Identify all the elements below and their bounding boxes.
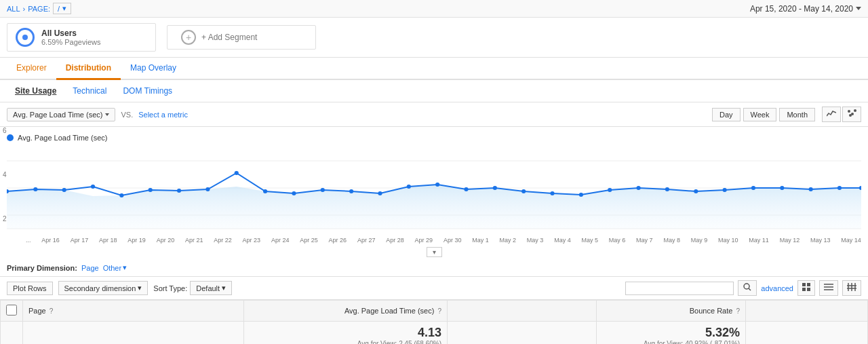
table-controls-row: Plot Rows Secondary dimension ▾ Sort Typ… — [0, 277, 868, 300]
tab-distribution[interactable]: Distribution — [56, 58, 121, 80]
subtab-technical[interactable]: Technical — [64, 83, 115, 99]
segment-circle-icon — [16, 28, 35, 47]
breadcrumb-page-value[interactable]: / ▾ — [53, 3, 71, 14]
metric-dropdown[interactable]: Avg. Page Load Time (sec) — [7, 108, 115, 121]
search-button[interactable] — [738, 280, 757, 296]
x-label-apr19: Apr 19 — [127, 237, 146, 244]
month-button[interactable]: Month — [779, 108, 815, 121]
list-icon — [824, 283, 833, 291]
chart-type-icons — [822, 107, 861, 122]
date-range-label: Apr 15, 2020 - May 14, 2020 — [750, 4, 853, 14]
data-table: Page ? Avg. Page Load Time (sec) ? Bounc… — [0, 300, 868, 344]
x-label-apr30: Apr 30 — [443, 237, 462, 244]
tab-map-overlay[interactable]: Map Overlay — [121, 58, 186, 80]
x-label-may12: May 12 — [780, 237, 800, 244]
grid-view-button[interactable] — [797, 280, 815, 296]
th-bounce-rate: Bounce Rate ? — [597, 301, 746, 322]
secondary-dimension-button[interactable]: Secondary dimension ▾ — [58, 281, 149, 295]
x-label-may8: May 8 — [663, 237, 680, 244]
all-users-segment[interactable]: All Users 6.59% Pageviews — [7, 23, 156, 52]
add-segment-label: + Add Segment — [201, 33, 257, 42]
total-avg-cell: 4.13 Avg for View: 2.45 (68.60%) — [244, 322, 448, 345]
search-icon — [743, 283, 751, 291]
scatter-chart-icon[interactable] — [842, 107, 861, 122]
th-page: Page ? — [23, 301, 244, 322]
total-checkbox-cell — [1, 322, 23, 345]
segment-name: All Users — [41, 28, 100, 38]
week-button[interactable]: Week — [743, 108, 777, 121]
sort-type-label: Sort Type: — [153, 284, 187, 292]
svg-point-18 — [292, 191, 296, 195]
legend-label: Avg. Page Load Time (sec) — [18, 134, 107, 142]
primary-dim-label: Primary Dimension: — [7, 264, 77, 272]
bounce-help-icon[interactable]: ? — [736, 307, 740, 315]
svg-point-19 — [321, 188, 325, 192]
svg-point-27 — [550, 191, 554, 195]
metric-label: Avg. Page Load Time (sec) — [13, 111, 102, 119]
day-button[interactable]: Day — [712, 108, 741, 121]
svg-point-10 — [62, 188, 66, 192]
x-label-may11: May 11 — [749, 237, 769, 244]
x-label-may13: May 13 — [810, 237, 831, 244]
search-input[interactable] — [625, 282, 734, 295]
chart-svg-wrap — [7, 147, 861, 235]
th-bounce-spacer — [746, 301, 868, 322]
advanced-link[interactable]: advanced — [761, 284, 793, 292]
sort-type-dropdown[interactable]: Default ▾ — [190, 281, 232, 295]
page-help-icon[interactable]: ? — [50, 307, 54, 315]
segment-row: All Users 6.59% Pageviews + + Add Segmen… — [0, 18, 868, 58]
select-metric-link[interactable]: Select a metric — [138, 111, 188, 119]
select-all-checkbox[interactable] — [6, 305, 17, 316]
x-label-apr16: Apr 16 — [41, 237, 60, 244]
controls-row: Avg. Page Load Time (sec) VS. Select a m… — [0, 102, 868, 127]
chart-scroll-chevron[interactable]: ▾ — [427, 247, 442, 257]
y-label-6: 6 — [3, 127, 14, 134]
svg-point-39 — [744, 284, 749, 289]
breadcrumb-all[interactable]: ALL — [7, 5, 20, 13]
svg-point-24 — [464, 187, 468, 191]
line-chart-svg — [7, 147, 861, 235]
date-range[interactable]: Apr 15, 2020 - May 14, 2020 — [750, 4, 861, 14]
svg-point-34 — [751, 186, 755, 190]
avg-help-icon[interactable]: ? — [437, 307, 441, 315]
svg-point-33 — [723, 188, 727, 192]
svg-point-23 — [435, 183, 439, 187]
line-chart-icon[interactable] — [822, 107, 841, 122]
plot-rows-button[interactable]: Plot Rows — [7, 282, 53, 295]
add-circle-icon: + — [181, 30, 196, 45]
bounce-for-view-label: Avg for View: 40.92% (-87.01%) — [602, 340, 740, 344]
subtab-dom-timings[interactable]: DOM Timings — [115, 83, 180, 99]
x-label-may4: May 4 — [554, 237, 571, 244]
x-label-may2: May 2 — [500, 237, 517, 244]
x-label-apr24: Apr 24 — [271, 237, 290, 244]
svg-point-14 — [177, 189, 181, 193]
avg-for-view-label: Avg for View: 2.45 (68.60%) — [250, 340, 441, 344]
list-view-button[interactable] — [819, 280, 838, 296]
x-label-may1: May 1 — [472, 237, 489, 244]
add-segment-button[interactable]: + + Add Segment — [167, 25, 316, 50]
vs-label: VS. — [121, 111, 133, 119]
tab-explorer[interactable]: Explorer — [7, 58, 56, 80]
pivot-view-button[interactable] — [842, 280, 861, 296]
x-label-may9: May 9 — [691, 237, 708, 244]
x-label-may7: May 7 — [636, 237, 653, 244]
svg-point-21 — [378, 191, 382, 195]
svg-point-35 — [780, 186, 784, 190]
primary-dim-other[interactable]: Other ▾ — [103, 263, 127, 272]
breadcrumb-caret-icon: ▾ — [62, 4, 66, 13]
grid-icon — [802, 283, 810, 291]
total-avg-bar-cell — [448, 322, 597, 345]
svg-point-0 — [848, 110, 850, 113]
x-label-apr25: Apr 25 — [300, 237, 318, 244]
x-label-apr27: Apr 27 — [357, 237, 376, 244]
svg-point-37 — [837, 186, 842, 190]
primary-dimension-row: Primary Dimension: Page Other ▾ — [0, 259, 868, 277]
x-label-apr18: Apr 18 — [99, 237, 117, 244]
subtab-site-usage[interactable]: Site Usage — [7, 83, 64, 99]
date-range-caret-icon — [856, 7, 861, 10]
total-page-cell — [23, 322, 244, 345]
total-avg-value: 4.13 — [250, 326, 441, 340]
primary-dim-page-link[interactable]: Page — [81, 264, 99, 272]
svg-point-9 — [33, 187, 37, 191]
svg-rect-43 — [802, 288, 806, 291]
